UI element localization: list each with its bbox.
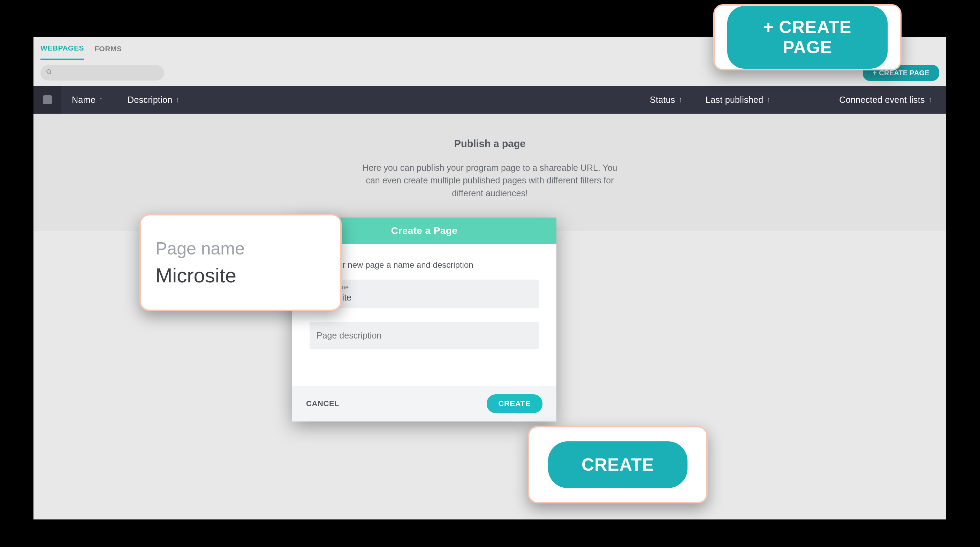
search-icon [46,69,52,77]
cancel-button[interactable]: CANCEL [306,399,339,408]
page-name-input[interactable] [317,291,532,303]
column-name[interactable]: Name ↑ [72,95,127,105]
select-all-cell[interactable] [33,86,61,114]
empty-description: Here you can publish your program page t… [359,161,620,199]
sort-arrow-icon: ↑ [679,95,682,104]
column-connected-label: Connected event lists [839,95,924,105]
sort-arrow-icon: ↑ [767,95,770,104]
column-description-label: Description [127,95,172,105]
page-name-label: Page name [317,284,532,291]
callout-create: CREATE [528,426,708,503]
column-connected[interactable]: Connected event lists ↑ [793,95,932,105]
empty-state: Publish a page Here you can publish your… [33,114,946,231]
select-all-checkbox[interactable] [43,95,52,104]
column-last-published-label: Last published [706,95,763,105]
sort-arrow-icon: ↑ [176,95,180,104]
tab-webpages[interactable]: WEBPAGES [40,44,84,60]
column-status-label: Status [650,95,675,105]
column-status[interactable]: Status ↑ [650,95,706,105]
search-input[interactable] [40,65,164,81]
callout-page-name-value: Microsite [156,264,328,287]
column-last-published[interactable]: Last published ↑ [706,95,793,105]
column-name-label: Name [72,95,95,105]
sort-arrow-icon: ↑ [99,95,103,104]
modal-footer: CANCEL CREATE [292,386,557,421]
search-wrap [40,65,164,81]
callout-page-name-label: Page name [156,239,328,259]
callout-create-page-button[interactable]: + CREATE PAGE [727,6,888,69]
empty-title: Publish a page [48,138,932,149]
page-name-field[interactable]: Page name [310,280,539,308]
sort-arrow-icon: ↑ [928,95,932,104]
callout-page-name: Page name Microsite [140,214,342,311]
svg-point-0 [47,70,51,73]
tab-forms[interactable]: FORMS [94,45,122,59]
table-header: Name ↑ Description ↑ Status ↑ Last publi… [33,86,946,114]
callout-create-page: + CREATE PAGE [713,4,902,70]
column-description[interactable]: Description ↑ [127,95,372,105]
page-description-field[interactable] [310,322,539,349]
create-button[interactable]: CREATE [487,394,542,413]
modal-instruction: Give your new page a name and descriptio… [310,260,539,270]
callout-create-button[interactable]: CREATE [548,441,687,488]
page-description-input[interactable] [317,324,532,347]
svg-line-1 [50,73,51,74]
